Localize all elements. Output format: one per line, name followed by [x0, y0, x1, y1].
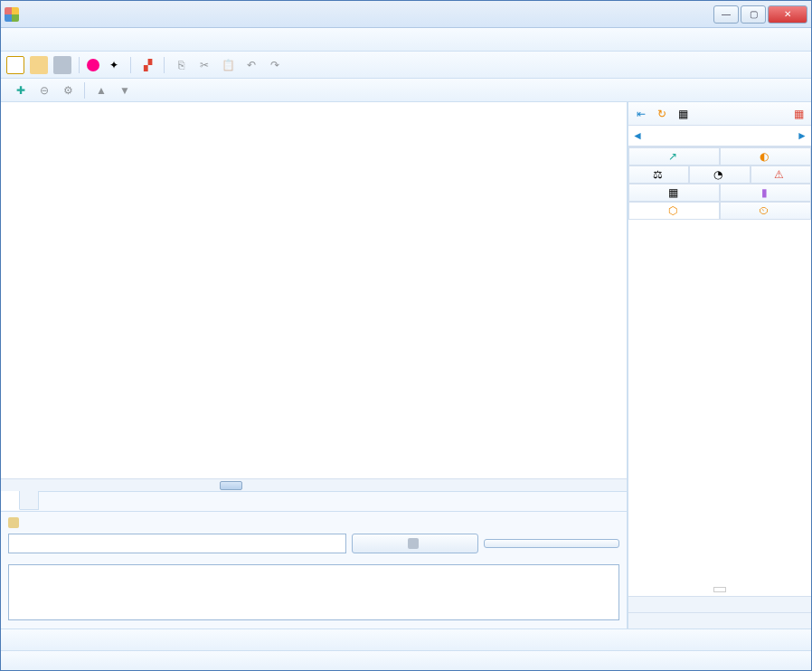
delete-kpi-icon[interactable]: ⊖: [35, 81, 53, 99]
move-up-icon[interactable]: ▲: [92, 81, 110, 99]
clipboard-icon: [408, 538, 419, 549]
view-row: [628, 596, 811, 612]
right-pane: ⇤ ↻ ▦ ▦ ◄► ↗ ◐ ⚖ ◔ ⚠ ▦ ▮ ⬡ ⏲: [628, 102, 811, 628]
maximize-button[interactable]: ▢: [741, 5, 766, 24]
pie-icon: ◐: [760, 150, 769, 163]
description-textarea[interactable]: [8, 564, 619, 620]
bar-icon: ▮: [761, 186, 768, 199]
tab-risk[interactable]: ⚠: [751, 165, 811, 184]
tab-bar[interactable]: ▮: [720, 184, 811, 202]
add-kpi-icon[interactable]: ✚: [12, 81, 30, 99]
menubar: [1, 28, 811, 52]
date-toolbar: ⇤ ↻ ▦ ▦: [628, 102, 811, 126]
manage-bar: ✚ ⊖ ⚙ ▲ ▼: [1, 79, 811, 102]
titlebar: — ▢ ✕: [1, 1, 811, 28]
chart-legend: [713, 587, 726, 592]
open-icon[interactable]: [30, 56, 48, 74]
tab-time[interactable]: ⏲: [720, 202, 811, 220]
detail-pane: [1, 511, 627, 628]
save-icon[interactable]: [53, 56, 71, 74]
time-icon: ⏲: [759, 204, 770, 217]
props-icon[interactable]: ⚙: [59, 81, 77, 99]
chart-area: [628, 220, 811, 596]
prev-date-icon[interactable]: ⇤: [632, 105, 650, 123]
move-down-icon[interactable]: ▼: [116, 81, 134, 99]
calendar-icon[interactable]: ▦: [674, 105, 692, 123]
gauge-icon: ◔: [713, 168, 722, 181]
toolbar: ✦ ▞ ⎘ ✂ 📋 ↶ ↷: [1, 52, 811, 79]
name-icon: [8, 517, 19, 528]
calendar-header: [643, 134, 797, 137]
weight-icon: ⚖: [653, 168, 663, 181]
tab-weight[interactable]: ⚖: [628, 165, 689, 184]
footer-tabs: [1, 628, 811, 650]
wizard-icon[interactable]: [87, 59, 99, 71]
kpi-tree-grid[interactable]: [1, 102, 627, 478]
cal-next-icon[interactable]: ►: [797, 129, 807, 142]
refresh-date-icon[interactable]: ↻: [653, 105, 671, 123]
app-window: — ▢ ✕ ✦ ▞ ⎘ ✂ 📋 ↶ ↷ ✚ ⊖ ⚙ ▲ ▼: [0, 0, 812, 671]
horizontal-scrollbar[interactable]: [1, 478, 627, 491]
close-button[interactable]: ✕: [768, 5, 807, 24]
chart-type-tabs: ↗ ◐ ⚖ ◔ ⚠ ▦ ▮ ⬡ ⏲: [628, 146, 811, 220]
app-icon: [5, 7, 19, 22]
risk-icon: ⚠: [774, 168, 784, 181]
name-input[interactable]: [8, 534, 346, 553]
tab-radar[interactable]: ⬡: [628, 202, 720, 220]
wand-icon[interactable]: ✦: [105, 56, 123, 74]
tab-kpi-overview[interactable]: ▦: [628, 184, 720, 202]
statusbar: [1, 650, 811, 670]
line-icon: ↗: [668, 150, 677, 163]
paste-icon[interactable]: 📋: [219, 56, 237, 74]
undo-icon[interactable]: ↶: [242, 56, 260, 74]
new-icon[interactable]: [6, 56, 24, 74]
redo-icon[interactable]: ↷: [266, 56, 284, 74]
chart-icon[interactable]: ▞: [138, 56, 156, 74]
tab-pie[interactable]: ◐: [720, 147, 811, 165]
tab-general[interactable]: [1, 491, 20, 510]
window-buttons: — ▢ ✕: [713, 5, 807, 24]
radar-chart: [632, 227, 807, 583]
tab-optimization[interactable]: ↗: [628, 147, 720, 165]
cut-icon[interactable]: ✂: [195, 56, 213, 74]
detail-tabs: [1, 491, 627, 511]
overview-icon: ▦: [668, 186, 678, 199]
tab-gauge[interactable]: ◔: [689, 165, 750, 184]
groupby-row: [628, 612, 811, 628]
left-pane: [1, 102, 628, 628]
cal-prev-icon[interactable]: ◄: [632, 129, 643, 142]
initiatives-button[interactable]: [352, 534, 478, 553]
main-area: ⇤ ↻ ▦ ▦ ◄► ↗ ◐ ⚖ ◔ ⚠ ▦ ▮ ⬡ ⏲: [1, 102, 811, 628]
calendar[interactable]: ◄►: [628, 126, 811, 146]
date-settings-icon[interactable]: ▦: [789, 105, 807, 123]
copy-icon[interactable]: ⎘: [172, 56, 190, 74]
radar-icon: ⬡: [668, 204, 677, 217]
doc-props-button[interactable]: [484, 539, 619, 548]
tab-performance[interactable]: [20, 491, 39, 510]
minimize-button[interactable]: —: [713, 5, 739, 24]
